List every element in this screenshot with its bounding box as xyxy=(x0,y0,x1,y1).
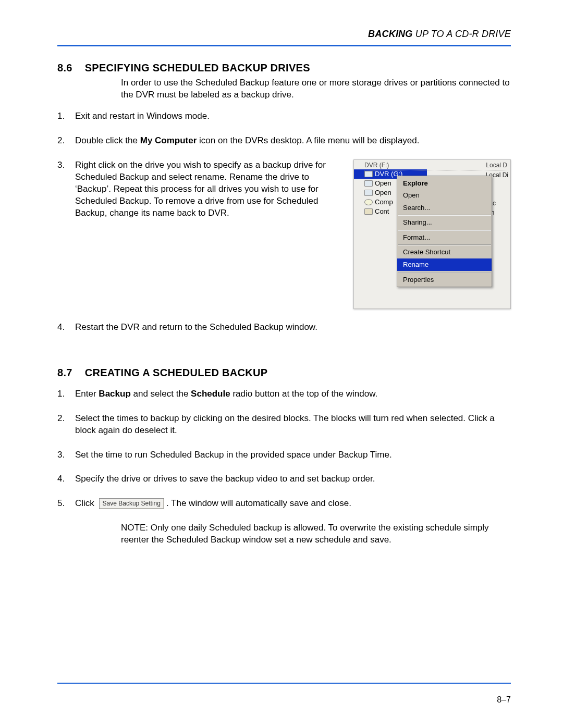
menu-item-format[interactable]: Format... xyxy=(397,231,492,244)
note-text: NOTE: Only one daily Scheduled backup is… xyxy=(121,522,511,546)
section-number: 8.7 xyxy=(57,367,72,379)
step-4: 4. Restart the DVR and return to the Sch… xyxy=(57,322,511,334)
header-rest: UP TO A CD-R DRIVE xyxy=(413,29,511,39)
menu-item-create-shortcut[interactable]: Create Shortcut xyxy=(397,246,492,258)
header-rule xyxy=(57,45,511,46)
menu-item-sharing[interactable]: Sharing... xyxy=(397,216,492,229)
section-title: CREATING A SCHEDULED BACKUP xyxy=(85,367,268,379)
section-title: SPECIFYING SCHEDULED BACKUP DRIVES xyxy=(85,62,310,74)
step-4: 4. Specify the drive or drives to save t… xyxy=(57,473,511,485)
step-1: 1. Exit and restart in Windows mode. xyxy=(57,110,511,122)
menu-item-explore[interactable]: Explore xyxy=(397,177,492,190)
step-2: 2. Select the times to backup by clickin… xyxy=(57,413,511,437)
footer: 8–7 xyxy=(57,683,511,705)
section-number: 8.6 xyxy=(57,62,72,74)
running-header: BACKING UP TO A CD-R DRIVE xyxy=(57,29,511,40)
menu-item-search[interactable]: Search... xyxy=(397,202,492,214)
drive-icon xyxy=(364,171,373,177)
page-number: 8–7 xyxy=(57,695,511,705)
section-heading-8-6: 8.6 SPECIFYING SCHEDULED BACKUP DRIVES xyxy=(57,62,511,74)
document-page: BACKING UP TO A CD-R DRIVE 8.6 SPECIFYIN… xyxy=(0,0,563,728)
step-5: 5. Click Save Backup Setting. The window… xyxy=(57,498,511,510)
header-bold: BACKING xyxy=(368,29,412,39)
save-backup-setting-button[interactable]: Save Backup Setting xyxy=(99,498,164,509)
drive-icon xyxy=(364,190,373,196)
drive-icon xyxy=(364,180,373,187)
step-3: 3. Set the time to run Scheduled Backup … xyxy=(57,449,511,461)
section-heading-8-7: 8.7 CREATING A SCHEDULED BACKUP xyxy=(57,367,511,379)
menu-separator xyxy=(398,230,491,230)
menu-separator xyxy=(398,215,491,215)
context-menu-figure: DVR (F:) Local D DVR (G:) Open Open Comp… xyxy=(353,159,511,309)
step-3: 3. Right click on the drive you wish to … xyxy=(57,159,511,309)
step-2: 2. Double click the My Computer icon on … xyxy=(57,135,511,147)
section-intro: In order to use the Scheduled Backup fea… xyxy=(121,77,511,101)
control-panel-icon xyxy=(364,208,373,215)
menu-separator xyxy=(398,244,491,245)
section-8-6-steps: 1. Exit and restart in Windows mode. 2. … xyxy=(57,110,511,334)
menu-item-rename[interactable]: Rename xyxy=(397,258,492,271)
step-1: 1. Enter Backup and select the Schedule … xyxy=(57,388,511,400)
menu-item-open[interactable]: Open xyxy=(397,189,492,202)
menu-separator xyxy=(398,272,491,273)
section-8-7-steps: 1. Enter Backup and select the Schedule … xyxy=(57,388,511,510)
menu-item-properties[interactable]: Properties xyxy=(397,274,492,286)
footer-rule xyxy=(57,683,511,684)
cd-icon xyxy=(364,199,373,205)
right-click-menu: Explore Open Search... Sharing... Format… xyxy=(397,176,492,287)
